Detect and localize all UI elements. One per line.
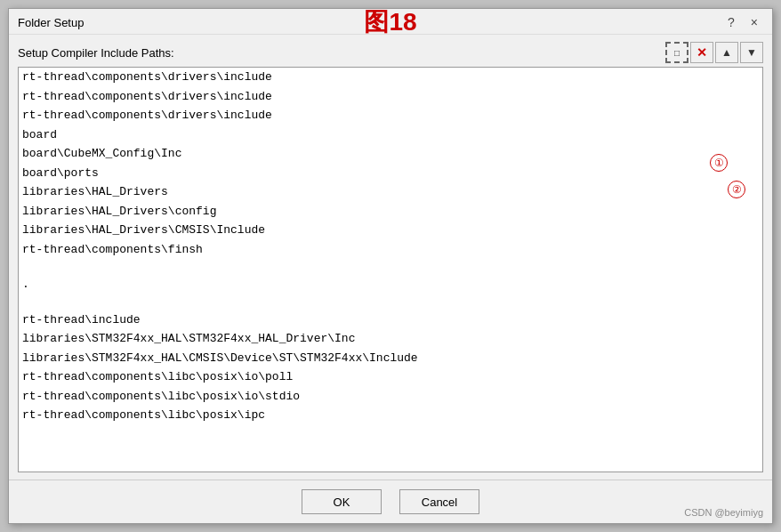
list-item[interactable]: libraries\HAL_Drivers: [19, 182, 762, 202]
dialog-content: Setup Compiler Include Paths: □ ✕ ▲ ▼ rt…: [9, 35, 772, 480]
list-item[interactable]: rt-thread\components\libc\posix\ipc: [19, 406, 762, 425]
dialog-footer: OK Cancel: [9, 480, 772, 523]
cancel-button[interactable]: Cancel: [399, 489, 479, 514]
title-bar: Folder Setup 图18 ? ×: [9, 9, 772, 35]
list-item[interactable]: libraries\HAL_Drivers\config: [19, 202, 762, 222]
list-item[interactable]: board\ports: [19, 164, 762, 183]
down-arrow-icon: ▼: [746, 46, 757, 59]
list-item[interactable]: [19, 294, 762, 310]
list-item[interactable]: rt-thread\components\drivers\include: [19, 106, 762, 125]
folder-setup-dialog: Folder Setup 图18 ? × Setup Compiler Incl…: [8, 8, 773, 524]
close-button[interactable]: ×: [745, 14, 763, 30]
new-icon: □: [674, 48, 680, 58]
title-bar-actions: ? ×: [722, 14, 763, 30]
list-item[interactable]: libraries\STM32F4xx_HAL\CMSIS\Device\ST\…: [19, 349, 762, 368]
up-arrow-icon: ▲: [721, 46, 732, 59]
delete-path-button[interactable]: ✕: [690, 42, 713, 63]
help-button[interactable]: ?: [722, 14, 740, 30]
list-item[interactable]: rt-thread\components\finsh: [19, 240, 762, 260]
list-item[interactable]: board: [19, 125, 762, 145]
list-item[interactable]: board\CubeMX_Config\Inc: [19, 144, 762, 164]
list-item[interactable]: rt-thread\components\drivers\include: [19, 87, 762, 107]
figure-label: 图18: [364, 5, 416, 39]
list-item[interactable]: rt-thread\components\drivers\include: [19, 68, 762, 87]
dialog-title: Folder Setup: [18, 16, 84, 29]
move-down-button[interactable]: ▼: [740, 42, 763, 63]
move-up-button[interactable]: ▲: [715, 42, 738, 63]
delete-icon: ✕: [696, 45, 707, 60]
toolbar-buttons: □ ✕ ▲ ▼: [665, 42, 763, 63]
paths-list[interactable]: rt-thread\components\drivers\includert-t…: [18, 67, 763, 472]
section-header: Setup Compiler Include Paths: □ ✕ ▲ ▼: [18, 42, 763, 63]
new-path-button[interactable]: □: [665, 42, 688, 63]
list-item[interactable]: libraries\STM32F4xx_HAL\STM32F4xx_HAL_Dr…: [19, 329, 762, 349]
list-item[interactable]: rt-thread\components\libc\posix\io\stdio: [19, 387, 762, 407]
watermark: CSDN @beyimiyg: [684, 507, 763, 518]
section-label: Setup Compiler Include Paths:: [18, 46, 174, 60]
list-item[interactable]: rt-thread\components\libc\posix\io\poll: [19, 367, 762, 387]
ok-button[interactable]: OK: [302, 489, 382, 514]
list-item[interactable]: rt-thread\include: [19, 310, 762, 330]
list-item[interactable]: libraries\HAL_Drivers\CMSIS\Include: [19, 221, 762, 240]
list-item[interactable]: .: [19, 275, 762, 294]
list-item[interactable]: [19, 259, 762, 275]
